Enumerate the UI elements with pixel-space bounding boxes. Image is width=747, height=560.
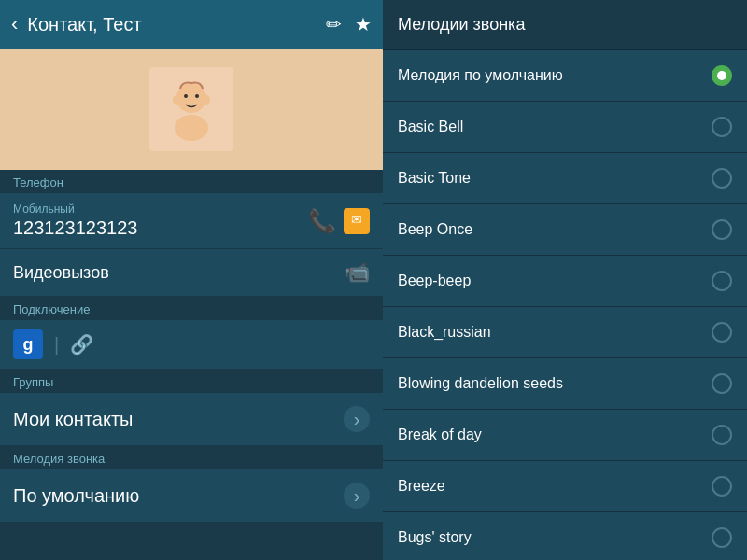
contact-header: ‹ Контакт, Тест ✏ ★ bbox=[0, 0, 383, 49]
video-icon: 📹 bbox=[345, 260, 370, 285]
radio-button[interactable] bbox=[712, 271, 732, 291]
ringtone-item-name: Bugs' story bbox=[398, 529, 472, 546]
header-icons: ✏ ★ bbox=[326, 13, 372, 35]
ringtone-item[interactable]: Breeze bbox=[383, 461, 747, 512]
svg-point-4 bbox=[184, 94, 188, 98]
phone-section-label: Телефон bbox=[0, 170, 383, 193]
ringtone-item[interactable]: Basic Tone bbox=[383, 153, 747, 204]
sms-button[interactable]: ✉ bbox=[344, 208, 370, 234]
radio-button[interactable] bbox=[712, 322, 732, 343]
ringtone-item-name: Basic Bell bbox=[398, 119, 463, 135]
link-icon: 🔗 bbox=[70, 333, 93, 356]
svg-point-5 bbox=[195, 94, 199, 98]
edit-icon[interactable]: ✏ bbox=[326, 13, 342, 35]
ringtone-item[interactable]: Beep Once bbox=[383, 204, 747, 256]
ringtone-item[interactable]: Break of day bbox=[383, 410, 747, 461]
groups-value: Мои контакты bbox=[13, 409, 133, 430]
phone-row: Мобильный 123123123123 📞 ✉ bbox=[0, 193, 383, 249]
ringtone-item[interactable]: Beep-beep bbox=[383, 256, 747, 307]
contact-photo-area bbox=[0, 49, 383, 170]
radio-button[interactable] bbox=[712, 527, 732, 548]
radio-button[interactable] bbox=[712, 373, 732, 394]
ringtone-item[interactable]: Blowing dandelion seeds bbox=[383, 358, 747, 410]
right-panel: Мелодии звонка Мелодия по умолчаниюBasic… bbox=[383, 0, 747, 560]
ringtone-label: Мелодия звонка bbox=[0, 446, 383, 469]
ringtone-picker-header: Мелодии звонка bbox=[383, 0, 747, 50]
left-panel: ‹ Контакт, Тест ✏ ★ bbox=[0, 0, 383, 560]
google-icon: g bbox=[13, 329, 43, 359]
ringtone-item[interactable]: Basic Bell bbox=[383, 102, 747, 153]
phone-action-icons: 📞 ✉ bbox=[308, 208, 370, 234]
avatar-image bbox=[154, 72, 229, 147]
ringtone-item-name: Black_russian bbox=[398, 324, 491, 341]
phone-sub-label: Мобильный bbox=[13, 203, 137, 216]
radio-button[interactable] bbox=[712, 117, 732, 137]
ringtone-value: По умолчанию bbox=[13, 485, 139, 507]
radio-button[interactable] bbox=[712, 219, 732, 240]
call-button[interactable]: 📞 bbox=[308, 208, 336, 234]
ringtone-item-name: Break of day bbox=[398, 427, 482, 443]
ringtone-row[interactable]: По умолчанию › bbox=[0, 469, 383, 523]
avatar bbox=[149, 67, 233, 151]
ringtone-item[interactable]: Bugs' story bbox=[383, 512, 747, 560]
ringtone-chevron-icon: › bbox=[344, 483, 370, 509]
svg-point-1 bbox=[173, 95, 180, 105]
video-call-row[interactable]: Видеовызов 📹 bbox=[0, 249, 383, 297]
phone-info: Мобильный 123123123123 bbox=[13, 203, 137, 239]
connection-label: Подключение bbox=[0, 297, 383, 320]
contact-name: Контакт, Тест bbox=[27, 14, 317, 35]
ringtone-item-name: Beep Once bbox=[398, 221, 472, 238]
ringtone-item-name: Basic Tone bbox=[398, 170, 471, 187]
ringtone-item-name: Мелодия по умолчанию bbox=[398, 67, 563, 84]
divider: | bbox=[54, 334, 59, 356]
svg-point-3 bbox=[175, 115, 208, 141]
ringtone-item[interactable]: Мелодия по умолчанию bbox=[383, 50, 747, 102]
groups-row[interactable]: Мои контакты › bbox=[0, 393, 383, 446]
ringtone-item-name: Beep-beep bbox=[398, 273, 471, 289]
ringtone-item-name: Blowing dandelion seeds bbox=[398, 375, 563, 392]
radio-button[interactable] bbox=[712, 168, 732, 189]
connection-row: g | 🔗 bbox=[0, 320, 383, 370]
ringtone-picker-title: Мелодии звонка bbox=[398, 15, 525, 34]
groups-label: Группы bbox=[0, 370, 383, 393]
ringtone-item-name: Breeze bbox=[398, 478, 445, 495]
phone-number: 123123123123 bbox=[13, 217, 137, 239]
radio-button[interactable] bbox=[712, 476, 732, 497]
back-button[interactable]: ‹ bbox=[11, 12, 18, 36]
video-call-label: Видеовызов bbox=[13, 263, 109, 283]
star-icon[interactable]: ★ bbox=[355, 13, 372, 35]
ringtone-item[interactable]: Black_russian bbox=[383, 307, 747, 358]
radio-button[interactable] bbox=[712, 425, 732, 445]
svg-point-2 bbox=[203, 95, 210, 105]
radio-button[interactable] bbox=[712, 65, 732, 86]
ringtone-list: Мелодия по умолчаниюBasic BellBasic Tone… bbox=[383, 50, 747, 560]
chevron-right-icon: › bbox=[344, 406, 370, 432]
